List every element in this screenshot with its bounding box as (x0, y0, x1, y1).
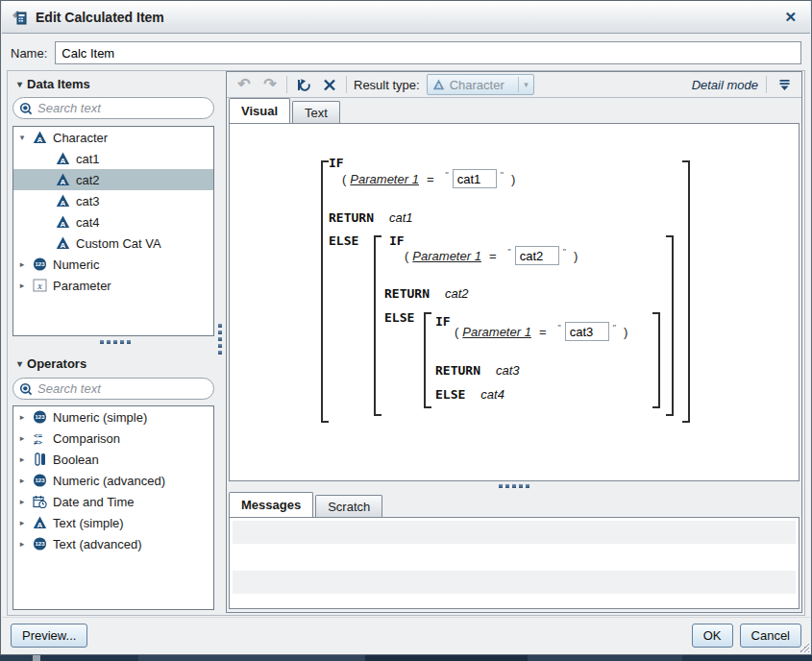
data-items-header[interactable]: ▾ Data Items (17, 77, 90, 91)
return-row-3: RETURN cat3 (435, 360, 520, 379)
text-advanced-operators-icon: 123 (33, 537, 47, 551)
expand-icon[interactable]: ▸ (17, 476, 27, 485)
svg-text:A: A (61, 220, 66, 229)
name-field[interactable] (55, 41, 801, 64)
collapse-menu-icon (778, 79, 791, 91)
data-items-search-input[interactable] (37, 101, 208, 115)
panel-splitter-handle[interactable] (218, 324, 222, 355)
tab-messages[interactable]: Messages (229, 492, 313, 517)
return-operand[interactable]: cat3 (496, 363, 520, 378)
svg-text:A: A (61, 178, 66, 186)
return-operand[interactable]: cat2 (445, 286, 469, 301)
operators-header[interactable]: ▾ Operators (17, 356, 86, 371)
date-time-operators-icon (33, 495, 47, 508)
toolbar-separator (766, 76, 767, 93)
parameter-link[interactable]: Parameter 1 (350, 172, 419, 186)
messages-splitter-handle[interactable] (227, 484, 801, 488)
else-operand[interactable]: cat4 (480, 387, 504, 402)
view-options-button[interactable] (775, 75, 794, 94)
character-type-icon: A (56, 194, 70, 208)
return-row-2: RETURN cat2 (384, 283, 469, 303)
name-label: Name: (11, 46, 47, 61)
parameter-type-icon: x (33, 279, 47, 292)
operator-numeric-simple[interactable]: ▸ 123 Numeric (simple) (13, 406, 213, 428)
data-items-splitter-handle[interactable] (10, 340, 221, 344)
bracket-outer-right (682, 160, 690, 423)
expand-icon[interactable]: ▸ (17, 412, 27, 422)
expression-toolbar: ↶ ↷ Result type: (227, 72, 801, 98)
else-keyword: ELSE (384, 310, 414, 325)
operator-date-and-time[interactable]: ▸ Date and Time (13, 491, 213, 512)
ok-button[interactable]: OK (692, 624, 733, 648)
parameter-link[interactable]: Parameter 1 (412, 249, 481, 263)
expand-icon[interactable]: ▸ (17, 518, 27, 527)
data-items-tree: ▾ A Character A cat1 A cat2 A cat (12, 126, 214, 336)
bracket-outer-left (321, 160, 329, 423)
operators-search[interactable] (12, 378, 214, 400)
return-operand[interactable]: cat1 (389, 210, 413, 225)
tree-item-cat1[interactable]: A cat1 (13, 148, 213, 169)
operator-boolean[interactable]: ▸ Boolean (13, 449, 213, 470)
expand-icon[interactable]: ▸ (17, 259, 27, 269)
redo-button[interactable]: ↷ (260, 75, 280, 94)
tab-scratch[interactable]: Scratch (315, 495, 382, 517)
delete-expression-button[interactable] (320, 75, 339, 94)
final-else-row: ELSE cat4 (435, 384, 504, 404)
numeric-advanced-operators-icon: 123 (33, 474, 47, 487)
condition-value-input-1[interactable] (453, 169, 497, 188)
tree-item-custom-cat-va[interactable]: A Custom Cat VA (13, 233, 213, 254)
tree-item-cat3[interactable]: A cat3 (13, 190, 213, 211)
result-type-dropdown[interactable]: A Character ▾ (427, 74, 534, 95)
parameter-link[interactable]: Parameter 1 (462, 325, 531, 339)
operator-text-advanced[interactable]: ▸ 123 Text (advanced) (13, 533, 213, 554)
data-items-search[interactable] (12, 97, 214, 119)
expand-icon[interactable]: ▸ (17, 539, 27, 549)
character-type-icon: A (56, 215, 70, 229)
resize-grip[interactable] (800, 643, 809, 652)
condition-row-3: ( Parameter 1 = " " ) (451, 321, 631, 342)
chevron-down-icon: ▾ (524, 80, 529, 89)
dialog-footer: Preview... OK Cancel (2, 617, 810, 653)
comparison-operators-icon: <=≠> (33, 431, 47, 445)
operators-search-input[interactable] (37, 381, 208, 396)
tab-visual[interactable]: Visual (229, 98, 290, 123)
condition-value-input-2[interactable] (515, 246, 559, 265)
svg-text:x: x (37, 281, 42, 291)
undo-button[interactable]: ↶ (234, 75, 254, 94)
bracket-mid-right (666, 235, 674, 416)
preview-button[interactable]: Preview... (11, 624, 87, 648)
bottom-tabstrip: Messages Scratch (229, 493, 382, 517)
expand-icon[interactable]: ▸ (17, 454, 27, 464)
operators-tree: ▸ 123 Numeric (simple) ▸ <=≠> Comparison… (12, 405, 214, 610)
detail-mode-label: Detail mode (692, 78, 758, 92)
tree-item-cat4[interactable]: A cat4 (13, 211, 213, 233)
expression-panel: ↶ ↷ Result type: (226, 71, 802, 613)
operator-comparison[interactable]: ▸ <=≠> Comparison (13, 428, 213, 449)
tree-item-numeric[interactable]: ▸ 123 Numeric (13, 254, 213, 275)
collapse-icon[interactable]: ▾ (17, 133, 27, 142)
result-type-value: Character (450, 78, 504, 92)
return-row-1: RETURN cat1 (329, 208, 413, 227)
expand-icon[interactable]: ▸ (17, 433, 27, 443)
bracket-inner-right (652, 312, 660, 408)
text-operators-icon: A (33, 516, 47, 529)
tab-text[interactable]: Text (292, 101, 340, 123)
operator-numeric-advanced[interactable]: ▸ 123 Numeric (advanced) (13, 470, 213, 491)
condition-value-input-3[interactable] (565, 322, 609, 341)
cancel-button[interactable]: Cancel (740, 624, 801, 648)
expand-icon[interactable]: ▸ (17, 497, 27, 506)
redo-icon: ↷ (263, 77, 276, 92)
tree-item-parameter[interactable]: ▸ x Parameter (13, 275, 213, 296)
tree-item-cat2-selected[interactable]: A cat2 (13, 169, 213, 190)
tree-item-character[interactable]: ▾ A Character (13, 127, 213, 148)
reset-expression-button[interactable] (294, 75, 313, 94)
calculated-item-icon (12, 10, 28, 25)
reset-icon (296, 78, 311, 92)
operator-text-simple[interactable]: ▸ A Text (simple) (13, 512, 213, 533)
expand-icon[interactable]: ▸ (17, 281, 27, 290)
messages-list[interactable] (229, 517, 800, 609)
boolean-operators-icon (33, 453, 47, 466)
visual-expression-canvas[interactable]: IF ( Parameter 1 = " " ) RETURN cat1 ELS… (229, 123, 800, 481)
svg-text:123: 123 (35, 261, 45, 267)
close-icon[interactable]: ✕ (780, 9, 800, 26)
